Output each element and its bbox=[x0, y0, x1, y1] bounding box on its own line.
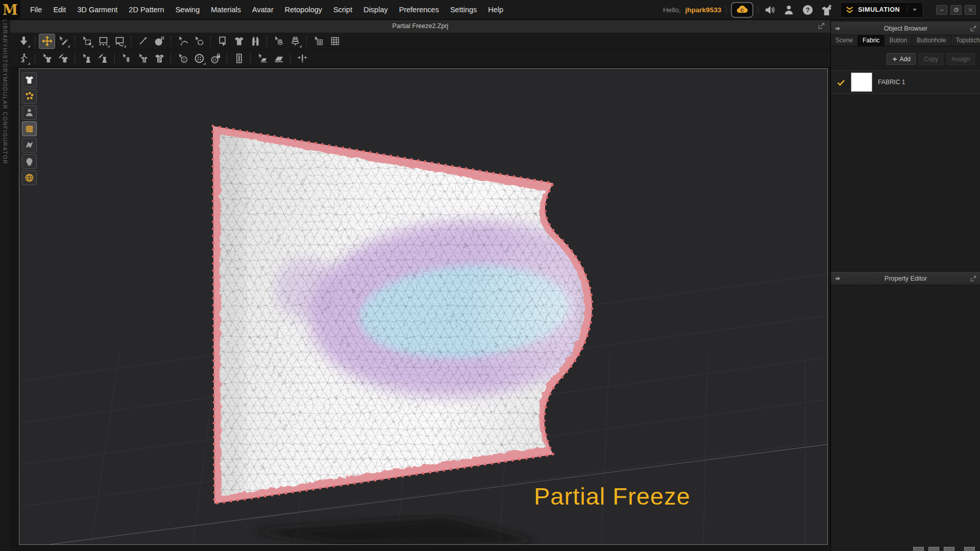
menu-settings[interactable]: Settings bbox=[445, 0, 482, 19]
close-button[interactable] bbox=[965, 5, 976, 15]
win-restore-icon bbox=[953, 7, 959, 13]
globe-icon bbox=[24, 173, 34, 183]
select-avatar-button[interactable] bbox=[271, 34, 286, 48]
minimize-button[interactable] bbox=[936, 5, 947, 15]
zipper-button[interactable] bbox=[231, 52, 247, 66]
edit-curvature-button[interactable] bbox=[112, 34, 127, 48]
panel-collapse-icon[interactable] bbox=[834, 25, 841, 32]
collapsed-tab[interactable] bbox=[964, 547, 975, 551]
panel-collapse-icon[interactable] bbox=[834, 275, 841, 282]
dress-icon bbox=[98, 53, 109, 64]
fabric-item-1[interactable]: FABRIC 1 bbox=[831, 71, 980, 94]
tab-fabric[interactable]: Fabric bbox=[858, 35, 885, 46]
fabric-swatch[interactable] bbox=[851, 72, 872, 92]
menu-edit[interactable]: Edit bbox=[47, 0, 71, 19]
menu-retopology[interactable]: Retopology bbox=[279, 0, 328, 19]
menu-2d-pattern[interactable]: 2D Pattern bbox=[123, 0, 169, 19]
fold-arrangement-button[interactable] bbox=[271, 52, 286, 66]
show-seams-toggle[interactable] bbox=[22, 89, 37, 104]
free-sewing-button[interactable] bbox=[191, 34, 207, 48]
menu-file[interactable]: File bbox=[24, 0, 47, 19]
tab-library[interactable]: LIBRARY bbox=[2, 19, 8, 48]
select-button-tool[interactable] bbox=[175, 52, 190, 66]
copy-fabric-button[interactable]: Copy bbox=[919, 53, 943, 65]
select-pattern-3d-button[interactable] bbox=[135, 52, 151, 66]
viewport-canvas[interactable] bbox=[19, 69, 827, 544]
pen-3d-button[interactable] bbox=[152, 34, 167, 48]
add-fabric-button[interactable]: Add bbox=[887, 53, 916, 65]
fabric-check-icon[interactable] bbox=[837, 78, 845, 87]
fit-to-avatar-button[interactable] bbox=[231, 34, 247, 48]
chevron-down-icon[interactable] bbox=[907, 6, 918, 13]
tab-scene[interactable]: Scene bbox=[831, 35, 858, 46]
menu-avatar[interactable]: Avatar bbox=[247, 0, 279, 19]
tab-buttonhole[interactable]: Buttonhole bbox=[912, 35, 951, 46]
select-tack-button[interactable] bbox=[79, 52, 94, 66]
segment-sewing-button[interactable] bbox=[175, 34, 190, 48]
menu-materials[interactable]: Materials bbox=[205, 0, 247, 19]
show-garment-toggle[interactable] bbox=[22, 72, 37, 87]
button-group-tool[interactable] bbox=[208, 52, 223, 66]
tab-topstitch[interactable]: Topstitch bbox=[951, 35, 980, 46]
select-move-button[interactable] bbox=[39, 34, 55, 48]
tack-garment-button[interactable] bbox=[95, 52, 111, 66]
show-avatar-toggle[interactable] bbox=[22, 105, 37, 120]
roll-icon bbox=[121, 53, 132, 64]
simulate-button[interactable] bbox=[16, 34, 31, 48]
new-cloth-button[interactable] bbox=[821, 4, 832, 16]
help-button[interactable] bbox=[802, 4, 814, 16]
closet-connect-button[interactable] bbox=[731, 2, 753, 18]
menu-script[interactable]: Script bbox=[328, 0, 358, 19]
pattern-3d-button[interactable] bbox=[152, 52, 167, 66]
show-environment-toggle[interactable] bbox=[22, 170, 37, 185]
select-uv-button[interactable] bbox=[311, 34, 326, 48]
tab-button[interactable]: Button bbox=[885, 35, 912, 46]
head-icon bbox=[24, 157, 34, 166]
collapsed-tab[interactable] bbox=[913, 547, 924, 551]
sound-button[interactable] bbox=[764, 4, 776, 16]
collapsed-tab[interactable] bbox=[928, 547, 939, 551]
edit-sewing-button[interactable] bbox=[215, 34, 230, 48]
tack-button[interactable] bbox=[295, 52, 310, 66]
username-text[interactable]: jhpark9533 bbox=[685, 6, 722, 14]
walk-avatar-button[interactable] bbox=[16, 52, 31, 66]
show-head-toggle[interactable] bbox=[22, 154, 37, 169]
edit-pattern-button[interactable] bbox=[95, 34, 111, 48]
avatar-display-button[interactable] bbox=[287, 34, 303, 48]
select-fold-button[interactable] bbox=[255, 52, 270, 66]
needle-icon bbox=[138, 36, 149, 46]
menu-sewing[interactable]: Sewing bbox=[170, 0, 206, 19]
show-pattern-mesh-toggle[interactable] bbox=[22, 121, 37, 136]
shirt-icon bbox=[234, 36, 244, 46]
add-point-button[interactable] bbox=[135, 34, 151, 48]
pin-garment-button[interactable] bbox=[56, 52, 71, 66]
panel-popout-icon[interactable] bbox=[970, 275, 977, 282]
show-fold-toggle[interactable] bbox=[22, 138, 37, 153]
document-tab-bar: Partial Freeze2.Zprj bbox=[10, 19, 830, 33]
uv-map-button[interactable] bbox=[327, 34, 342, 48]
tab-history[interactable]: HISTORY bbox=[2, 48, 8, 78]
collapsed-tab[interactable] bbox=[944, 547, 954, 551]
assign-fabric-button[interactable]: Assign bbox=[946, 53, 975, 65]
menu-display[interactable]: Display bbox=[358, 0, 394, 19]
transform-pattern-button[interactable] bbox=[79, 34, 94, 48]
dress-icon bbox=[82, 53, 92, 64]
fit-garment-button[interactable] bbox=[248, 34, 263, 48]
select-pin-button[interactable] bbox=[39, 52, 55, 66]
fabric-strain-button[interactable] bbox=[119, 52, 134, 66]
menu-3d-garment[interactable]: 3D Garment bbox=[71, 0, 123, 19]
tack-icon bbox=[297, 53, 308, 64]
menu-help[interactable]: Help bbox=[482, 0, 509, 19]
add-button-tool[interactable] bbox=[191, 52, 207, 66]
select-mesh-brush-button[interactable] bbox=[56, 34, 71, 48]
sphere-pin-icon bbox=[154, 36, 165, 46]
restore-button[interactable] bbox=[950, 5, 962, 15]
simulation-mode-button[interactable]: SIMULATION bbox=[840, 2, 923, 18]
account-button[interactable] bbox=[783, 4, 795, 16]
tab-modular-configurator[interactable]: MODULAR CONFIGURATOR bbox=[2, 77, 8, 165]
viewport-3d[interactable]: Partial Freeze bbox=[19, 68, 828, 545]
shirt-check-icon bbox=[138, 53, 149, 64]
menu-preferences[interactable]: Preferences bbox=[394, 0, 445, 19]
panel-popout-icon[interactable] bbox=[970, 25, 977, 32]
viewport-popout-icon[interactable] bbox=[818, 22, 825, 30]
